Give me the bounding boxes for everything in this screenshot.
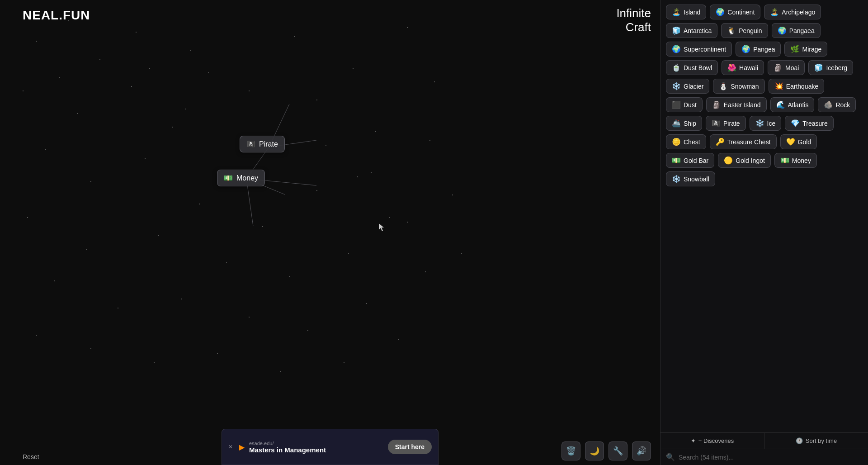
item-label: Supercontinent bbox=[684, 46, 726, 53]
item-emoji: 💎 bbox=[791, 119, 800, 128]
item-label: Antarctica bbox=[684, 27, 712, 34]
search-box: 🔍 bbox=[660, 449, 868, 465]
sidebar-item[interactable]: 🍵Dust Bowl bbox=[666, 60, 718, 75]
discoveries-icon: ✦ bbox=[691, 437, 696, 444]
sidebar-item[interactable]: 🏴‍☠️Pirate bbox=[706, 116, 746, 131]
sidebar-item[interactable]: 💎Treasure bbox=[785, 116, 834, 131]
item-label: Money bbox=[792, 157, 811, 164]
sidebar-item[interactable]: 🗿Moai bbox=[768, 60, 805, 75]
item-label: Snowman bbox=[731, 83, 759, 90]
sidebar-item[interactable]: ⛄Snowman bbox=[713, 79, 764, 94]
craft-element-money[interactable]: 💵Money bbox=[217, 170, 265, 186]
star bbox=[118, 308, 118, 308]
star bbox=[249, 317, 250, 318]
ad-cta-button[interactable]: Start here bbox=[388, 440, 432, 454]
brush-button[interactable]: 🔧 bbox=[609, 441, 627, 460]
sidebar-item[interactable]: 🧊Antarctica bbox=[666, 23, 717, 38]
search-input[interactable] bbox=[679, 454, 863, 461]
cursor bbox=[379, 223, 383, 228]
sidebar-item[interactable]: 🏝️Archipelago bbox=[764, 5, 821, 19]
sidebar-item[interactable]: ⬛Dust bbox=[666, 97, 703, 112]
item-emoji: 💵 bbox=[780, 156, 789, 165]
item-emoji: ❄️ bbox=[755, 119, 764, 128]
sidebar-item[interactable]: ❄️Glacier bbox=[666, 79, 709, 94]
sidebar-item[interactable]: 🌍Continent bbox=[710, 5, 760, 19]
sidebar-item[interactable]: 🧊Iceberg bbox=[808, 60, 853, 75]
star bbox=[434, 81, 435, 82]
sidebar-item[interactable]: 💵Gold Bar bbox=[666, 153, 714, 168]
item-emoji: 🍵 bbox=[672, 63, 681, 72]
craft-emoji: 🏴‍☠️ bbox=[246, 140, 255, 148]
item-label: Easter Island bbox=[724, 101, 761, 109]
craft-element-pirate[interactable]: 🏴‍☠️Pirate bbox=[240, 136, 285, 152]
sidebar-item[interactable]: 🪙Chest bbox=[666, 134, 706, 149]
item-label: Continent bbox=[727, 9, 755, 16]
game-title: InfiniteCraft bbox=[616, 6, 651, 34]
star bbox=[375, 131, 376, 132]
sidebar-item[interactable]: 🌊Atlantis bbox=[770, 97, 815, 112]
sidebar-item[interactable]: 🌿Mirage bbox=[784, 42, 827, 57]
sidebar-item[interactable]: 🚢Ship bbox=[666, 116, 702, 131]
sidebar-item[interactable]: 💛Gold bbox=[780, 134, 817, 149]
sidebar-item[interactable]: 🔑Treasure Chest bbox=[710, 134, 777, 149]
sidebar-item[interactable]: 🐧Penguin bbox=[721, 23, 768, 38]
sidebar-item[interactable]: 🌍Pangea bbox=[736, 42, 781, 57]
star bbox=[425, 271, 426, 272]
search-icon: 🔍 bbox=[666, 453, 675, 461]
item-emoji: 💥 bbox=[774, 82, 783, 90]
item-label: Chest bbox=[684, 138, 700, 146]
sidebar-item[interactable]: 🟡Gold Ingot bbox=[718, 153, 771, 168]
discoveries-button[interactable]: ✦ + Discoveries bbox=[660, 433, 764, 449]
star bbox=[429, 140, 430, 141]
item-label: Treasure Chest bbox=[727, 138, 771, 146]
ad-text: esade.edu/ Masters in Management bbox=[249, 441, 383, 454]
star bbox=[90, 181, 91, 182]
sort-label: Sort by time bbox=[806, 437, 837, 444]
item-label: Moai bbox=[785, 64, 799, 71]
star bbox=[407, 27, 408, 28]
reset-button[interactable]: Reset bbox=[23, 453, 39, 460]
item-emoji: 💵 bbox=[672, 156, 681, 165]
sidebar-item[interactable]: 🌺Hawaii bbox=[722, 60, 764, 75]
ad-close-button[interactable]: ✕ bbox=[228, 444, 233, 450]
star bbox=[280, 371, 281, 372]
delete-button[interactable]: 🗑️ bbox=[561, 441, 580, 460]
item-emoji: 🪙 bbox=[672, 138, 681, 146]
item-label: Dust Bowl bbox=[684, 64, 712, 71]
item-label: Atlantis bbox=[788, 101, 809, 109]
sidebar-item[interactable]: 🌍Pangaea bbox=[772, 23, 821, 38]
sidebar-item[interactable]: ❄️Snowball bbox=[666, 171, 715, 186]
sidebar-item[interactable]: ❄️Ice bbox=[750, 116, 782, 131]
item-label: Treasure bbox=[802, 120, 828, 127]
item-label: Rock bbox=[835, 101, 850, 109]
item-emoji: 🌍 bbox=[716, 8, 725, 16]
sidebar-item[interactable]: 🗿Easter Island bbox=[706, 97, 767, 112]
sidebar-item[interactable]: 💥Earthquake bbox=[769, 79, 825, 94]
item-label: Island bbox=[684, 9, 700, 16]
theme-button[interactable]: 🌙 bbox=[585, 441, 604, 460]
sort-by-time-button[interactable]: 🕐 Sort by time bbox=[764, 433, 868, 449]
star bbox=[407, 222, 408, 223]
sound-button[interactable]: 🔊 bbox=[632, 441, 651, 460]
item-emoji: 🌊 bbox=[776, 100, 785, 109]
item-emoji: 🏝️ bbox=[770, 8, 779, 16]
item-emoji: 🌺 bbox=[727, 63, 736, 72]
star bbox=[326, 145, 326, 146]
star bbox=[45, 149, 46, 150]
sidebar-item[interactable]: 🪨Rock bbox=[818, 97, 856, 112]
star bbox=[366, 303, 367, 304]
logo: NEAL.FUN bbox=[23, 8, 90, 23]
star bbox=[199, 204, 200, 204]
star bbox=[36, 41, 37, 42]
star bbox=[344, 362, 344, 363]
canvas-area[interactable]: NEAL.FUN InfiniteCraft 🗑️ 🌙 🔧 🔊 Reset ✕ … bbox=[0, 0, 660, 465]
sidebar-item[interactable]: 🌍Supercontinent bbox=[666, 42, 732, 57]
sidebar-item[interactable]: 💵Money bbox=[774, 153, 817, 168]
star bbox=[452, 195, 453, 195]
star bbox=[294, 36, 295, 37]
sidebar-item[interactable]: 🏝️Island bbox=[666, 5, 706, 19]
ad-source: esade.edu/ bbox=[249, 441, 383, 446]
item-label: Earthquake bbox=[786, 83, 819, 90]
item-emoji: 🌿 bbox=[790, 45, 799, 53]
item-label: Pangea bbox=[753, 46, 775, 53]
